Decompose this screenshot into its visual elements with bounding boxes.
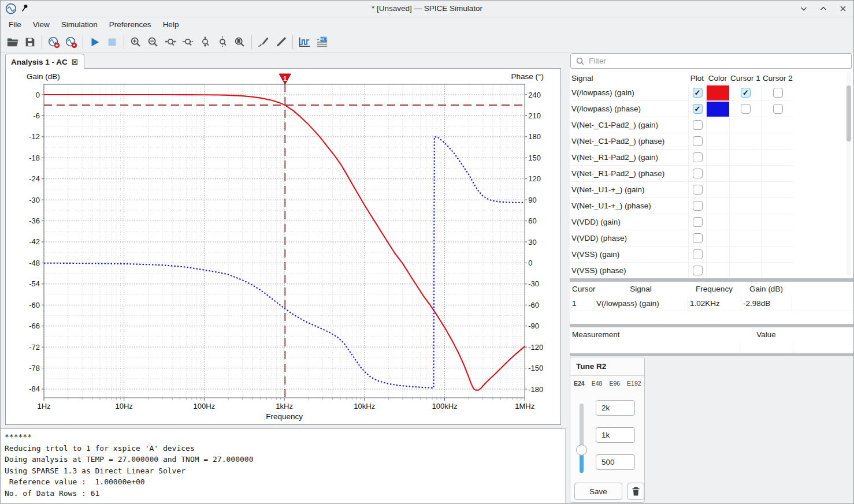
color-swatch[interactable] xyxy=(707,102,729,117)
tab-analysis-1-ac[interactable]: Analysis 1 - AC ⊠ xyxy=(5,54,84,69)
tune-current-field[interactable] xyxy=(596,427,635,443)
window-minimize-button[interactable] xyxy=(798,3,810,14)
show-netlist-button[interactable]: NET xyxy=(314,34,330,50)
tune-tab-e48[interactable]: E48 xyxy=(588,380,606,387)
cursor2-cell xyxy=(762,263,794,278)
run-simulation-button[interactable] xyxy=(87,34,103,50)
zoom-out-horizontally-button[interactable] xyxy=(180,34,196,50)
checkbox[interactable] xyxy=(693,120,703,130)
checkbox[interactable] xyxy=(693,185,703,195)
signal-row[interactable]: V(Net-_U1-+_) (gain) xyxy=(570,182,794,198)
color-cell xyxy=(706,230,729,246)
tab-close-icon[interactable]: ⊠ xyxy=(72,57,79,66)
menu-preferences[interactable]: Preferences xyxy=(103,18,157,31)
signal-row[interactable]: V(/lowpass) (gain)✓✓ xyxy=(570,85,794,101)
plot-cell xyxy=(688,150,706,165)
window-close-button[interactable] xyxy=(837,3,849,14)
scrollbar-thumb[interactable] xyxy=(846,85,851,141)
checkbox[interactable] xyxy=(693,201,703,211)
menu-file[interactable]: File xyxy=(3,18,27,31)
zoom-to-fit-button[interactable] xyxy=(232,34,248,50)
tune-tab-e24[interactable]: E24 xyxy=(570,380,588,387)
checkbox[interactable]: ✓ xyxy=(741,88,751,98)
zoom-in-button[interactable] xyxy=(128,34,144,50)
svg-text:1MHz: 1MHz xyxy=(515,402,534,410)
zoom-in-horizontally-button[interactable] xyxy=(162,34,179,50)
svg-text:-12: -12 xyxy=(29,132,40,141)
signal-row[interactable]: V(Net-_C1-Pad2_) (gain) xyxy=(570,117,794,133)
cursor-table-header: CursorSignalFrequencyGain (dB) xyxy=(570,282,854,296)
signal-filter[interactable] xyxy=(570,53,852,69)
zoom-out-vertically-icon xyxy=(216,36,229,48)
open-workbook-button[interactable] xyxy=(5,34,21,50)
svg-text:150: 150 xyxy=(528,154,541,162)
checkbox[interactable] xyxy=(773,104,783,114)
color-cell xyxy=(706,198,729,214)
signal-row[interactable]: V(Net-_R1-Pad2_) (gain) xyxy=(570,150,794,166)
tune-min-field[interactable] xyxy=(596,454,635,470)
checkbox[interactable]: ✓ xyxy=(693,104,703,114)
svg-text:-84: -84 xyxy=(29,384,40,393)
signal-row[interactable]: V(VDD) (phase) xyxy=(570,230,794,247)
color-swatch[interactable] xyxy=(707,85,729,100)
zoom-out-button[interactable] xyxy=(145,34,161,50)
checkbox[interactable] xyxy=(693,152,703,162)
tune-max-field[interactable] xyxy=(596,400,635,416)
checkbox[interactable] xyxy=(693,136,703,146)
measurement-empty-row[interactable] xyxy=(570,342,854,353)
cursor1-cell xyxy=(729,214,762,230)
plot-cell xyxy=(688,214,706,230)
plot-cell xyxy=(688,198,706,214)
menu-help[interactable]: Help xyxy=(157,18,185,31)
window-maximize-icon xyxy=(819,4,828,13)
cursor1-cell: ✓ xyxy=(729,85,762,100)
color-cell xyxy=(706,214,729,230)
add-plot-button[interactable] xyxy=(296,34,313,50)
signal-row[interactable]: V(/lowpass) (phase)✓ xyxy=(570,101,794,117)
checkbox[interactable] xyxy=(693,249,703,259)
zoom-out-vertically-button[interactable] xyxy=(214,34,231,50)
signal-row[interactable]: V(Net-_R1-Pad2_) (phase) xyxy=(570,166,794,182)
svg-text:30: 30 xyxy=(528,238,536,247)
signal-row[interactable]: V(Net-_U1-+_) (phase) xyxy=(570,198,794,214)
menu-simulation[interactable]: Simulation xyxy=(55,18,103,31)
zoom-in-vertically-button[interactable] xyxy=(197,34,213,50)
checkbox[interactable] xyxy=(693,169,703,178)
simulation-console[interactable]: ****** Reducing trtol to 1 for xspice 'A… xyxy=(1,428,566,504)
svg-text:-90: -90 xyxy=(528,322,539,330)
signal-name: V(VSS) (phase) xyxy=(570,266,688,275)
signal-table-header: SignalPlotColorCursor 1Cursor 2 xyxy=(570,71,794,85)
simulation-settings-button[interactable] xyxy=(63,34,79,50)
checkbox[interactable]: ✓ xyxy=(693,88,703,98)
signal-row[interactable]: V(VSS) (phase) xyxy=(570,263,794,278)
svg-text:-18: -18 xyxy=(29,154,40,162)
cursor2-cell xyxy=(762,214,794,230)
tune-slider-thumb[interactable] xyxy=(576,445,587,456)
checkbox[interactable] xyxy=(693,217,703,227)
signal-row[interactable]: V(Net-_C1-Pad2_) (phase) xyxy=(570,133,794,150)
tune-tab-e96[interactable]: E96 xyxy=(606,380,623,387)
new-analysis-button[interactable] xyxy=(46,34,62,50)
filter-input[interactable] xyxy=(588,56,851,66)
checkbox[interactable] xyxy=(773,88,783,98)
save-workbook-button[interactable] xyxy=(22,34,38,50)
cursor-row[interactable]: 1 V(/lowpass) (gain) 1.02KHz -2.98dB xyxy=(570,296,854,311)
save-button[interactable]: Save xyxy=(574,483,622,500)
checkbox[interactable] xyxy=(741,104,751,114)
checkbox[interactable] xyxy=(693,233,703,243)
tune-button[interactable] xyxy=(273,34,289,50)
zoom-in-icon xyxy=(129,36,142,48)
probe-button[interactable] xyxy=(255,34,272,50)
bode-plot[interactable]: 0-6-12-18-24-30-36-42-48-54-60-66-72-78-… xyxy=(5,68,561,425)
signal-row[interactable]: V(VSS) (gain) xyxy=(570,247,794,263)
signal-list-scrollbar[interactable] xyxy=(846,72,851,275)
checkbox[interactable] xyxy=(693,266,703,275)
tune-tab-e192[interactable]: E192 xyxy=(623,380,645,387)
svg-text:-30: -30 xyxy=(528,279,539,288)
window-maximize-button[interactable] xyxy=(818,3,829,14)
tune-series-tabs: E24E48E96E192 xyxy=(570,376,644,390)
menu-view[interactable]: View xyxy=(27,18,55,31)
signal-row[interactable]: V(VDD) (gain) xyxy=(570,214,794,230)
stop-simulation-button[interactable] xyxy=(104,34,120,50)
discard-tune-button[interactable] xyxy=(627,483,644,500)
